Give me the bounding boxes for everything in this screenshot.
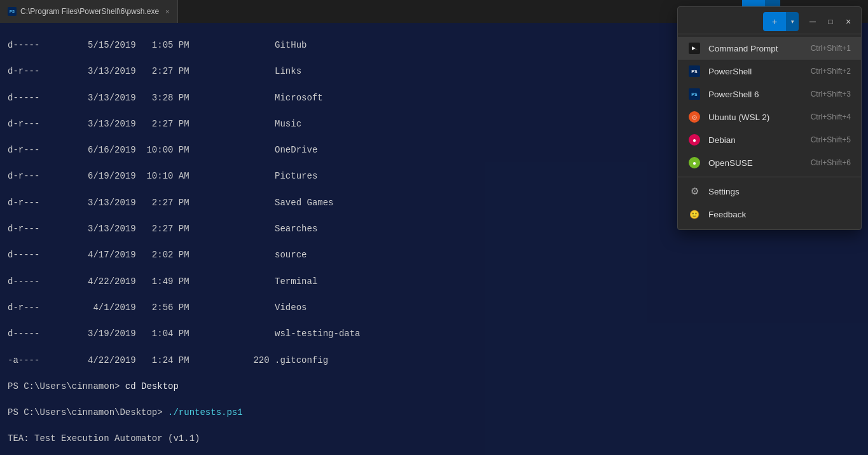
feedback-icon: 🙂 bbox=[688, 208, 701, 221]
ps6-icon: PS bbox=[688, 88, 701, 100]
ps6-shortcut: Ctrl+Shift+3 bbox=[811, 90, 851, 98]
menu-item-opensuse[interactable]: ● OpenSUSE Ctrl+Shift+6 bbox=[678, 151, 861, 174]
dropdown-new-tab-button[interactable]: + bbox=[763, 12, 786, 31]
dir-line-12: d----- 3/19/2019 1:04 PM wsl-testing-dat… bbox=[8, 327, 860, 340]
debian-shortcut: Ctrl+Shift+5 bbox=[811, 135, 851, 144]
ps-icon: PS bbox=[688, 65, 701, 78]
cmd-icon: ▶_ bbox=[688, 42, 701, 55]
prompt-run: PS C:\Users\cinnamon\Desktop> ./runtests… bbox=[8, 406, 860, 419]
dropdown-minimize-button[interactable]: ─ bbox=[804, 13, 822, 31]
ps-shortcut: Ctrl+Shift+2 bbox=[811, 67, 851, 76]
menu-item-ubuntu[interactable]: ⊙ Ubuntu (WSL 2) Ctrl+Shift+4 bbox=[678, 105, 861, 128]
menu-item-ps6[interactable]: PS PowerShell 6 Ctrl+Shift+3 bbox=[678, 83, 861, 105]
dir-line-11: d-r--- 4/1/2019 2:56 PM Videos bbox=[8, 301, 860, 314]
dropdown-menu: + ▾ ─ □ × ▶_ Command Prompt Ctrl+Shift+1… bbox=[677, 6, 862, 230]
settings-icon: ⚙ bbox=[688, 185, 701, 198]
settings-label: Settings bbox=[708, 187, 851, 196]
menu-divider bbox=[678, 177, 861, 177]
menu-item-feedback[interactable]: 🙂 Feedback bbox=[678, 203, 861, 226]
dropdown-close-button[interactable]: × bbox=[839, 13, 857, 31]
opensuse-label: OpenSUSE bbox=[708, 158, 803, 168]
ps6-label: PowerShell 6 bbox=[708, 90, 803, 99]
cmd-shortcut: Ctrl+Shift+1 bbox=[811, 44, 851, 53]
tab-ps-icon: PS bbox=[8, 7, 17, 16]
active-tab[interactable]: PS C:\Program Files\PowerShell\6\pwsh.ex… bbox=[0, 0, 178, 23]
feedback-label: Feedback bbox=[708, 210, 851, 219]
prompt-cd: PS C:\Users\cinnamon> cd Desktop bbox=[8, 380, 860, 393]
dir-line-13: -a---- 4/22/2019 1:24 PM 220 .gitconfig bbox=[8, 354, 860, 367]
menu-item-settings[interactable]: ⚙ Settings bbox=[678, 180, 861, 203]
dropdown-maximize-button[interactable]: □ bbox=[822, 13, 839, 31]
ps-label: PowerShell bbox=[708, 67, 803, 76]
dir-line-10: d----- 4/22/2019 1:49 PM Terminal bbox=[8, 275, 860, 288]
debian-label: Debian bbox=[708, 135, 803, 145]
menu-item-ps[interactable]: PS PowerShell Ctrl+Shift+2 bbox=[678, 60, 861, 83]
debian-icon: ● bbox=[688, 133, 701, 146]
tab-close-button[interactable]: × bbox=[165, 8, 169, 15]
dir-line-9: d----- 4/17/2019 2:02 PM source bbox=[8, 248, 860, 261]
ubuntu-label: Ubuntu (WSL 2) bbox=[708, 112, 803, 122]
ubuntu-icon: ⊙ bbox=[688, 111, 701, 123]
cmd-label: Command Prompt bbox=[708, 44, 803, 53]
opensuse-shortcut: Ctrl+Shift+6 bbox=[811, 158, 851, 167]
menu-item-debian[interactable]: ● Debian Ctrl+Shift+5 bbox=[678, 128, 861, 151]
opensuse-icon: ● bbox=[688, 156, 701, 169]
menu-item-cmd[interactable]: ▶_ Command Prompt Ctrl+Shift+1 bbox=[678, 37, 861, 60]
dropdown-chevron-button[interactable]: ▾ bbox=[786, 12, 799, 31]
ubuntu-shortcut: Ctrl+Shift+4 bbox=[811, 112, 851, 121]
tab-title: C:\Program Files\PowerShell\6\pwsh.exe bbox=[20, 7, 159, 16]
tea-line: TEA: Test Execution Automator (v1.1) bbox=[8, 432, 860, 445]
